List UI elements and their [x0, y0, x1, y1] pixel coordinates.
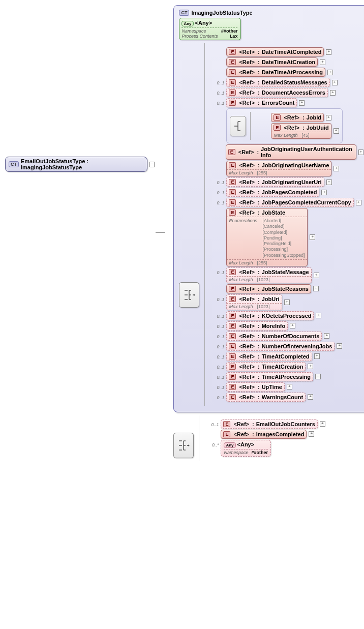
occurrence: 0..1 [211, 88, 224, 96]
expand-icon[interactable]: + [324, 333, 329, 339]
ref-datetimeatcreation[interactable]: E<Ref>:DateTimeAtCreation [226, 57, 318, 67]
ref-timeatcreation[interactable]: E<Ref>:TimeAtCreation [226, 362, 306, 371]
ref-timeatprocessing[interactable]: E<Ref>:TimeAtProcessing [226, 372, 313, 381]
ref-jobpagescompletedcurrentcopy[interactable]: E<Ref>:JobPagesCompletedCurrentCopy [226, 198, 353, 207]
meta-key: Max Length [229, 170, 253, 175]
meta-key: Namespace [224, 450, 248, 455]
ref-name: TimeAtCompleted [262, 353, 310, 360]
ref-datetimeatcompleted[interactable]: E<Ref>:DateTimeAtCompleted [226, 47, 324, 56]
choice-frame: E<Ref>:JobId + E<Ref>:JobUuid Max Length… [226, 108, 342, 143]
occurrence: 0..1 [211, 352, 224, 360]
e-badge: E [229, 59, 236, 65]
occurrence: 0..1 [211, 311, 224, 319]
ref-tag: <Ref> [239, 364, 255, 370]
expand-icon[interactable]: + [310, 234, 315, 240]
ref-name: DateTimeAtCreation [262, 59, 316, 65]
expand-icon[interactable]: + [321, 190, 327, 195]
enum-values: [Aborted] [Canceled] [Completed] [Pendin… [262, 218, 305, 258]
expand-icon[interactable]: + [337, 343, 342, 349]
ref-name: TimeAtProcessing [262, 374, 311, 380]
ref-emailoutjobcounters[interactable]: E<Ref>:EmailOutJobCounters [221, 420, 317, 429]
ref-name: JobStateMessage [262, 269, 309, 275]
e-badge: E [274, 125, 281, 131]
expand-icon[interactable]: + [327, 70, 333, 75]
ct-badge: CT [179, 10, 189, 16]
e-badge: E [229, 323, 236, 329]
expand-icon[interactable]: + [326, 49, 331, 55]
ref-jobstatereasons[interactable]: E<Ref>:JobStateReasons [226, 284, 311, 293]
ref-joboriginatinguseruri[interactable]: E<Ref>:JobOriginatingUserUri [226, 177, 324, 187]
expand-icon[interactable]: + [290, 323, 295, 328]
imagingjobstatustype-group: CT ImagingJobStatusType Any<Any> Namespa… [173, 5, 364, 412]
expand-icon[interactable]: + [320, 421, 325, 427]
expand-icon[interactable]: + [314, 353, 320, 359]
ref-jobstate[interactable]: E<Ref>:JobState Enumerations[Aborted] [C… [226, 208, 308, 266]
ref-jobpagescompleted[interactable]: E<Ref>:JobPagesCompleted [226, 188, 319, 197]
choice-compositor[interactable] [230, 116, 246, 136]
meta-val: Lax [230, 34, 238, 39]
expand-icon[interactable]: + [299, 100, 305, 106]
ref-name: DateTimeAtProcessing [262, 69, 323, 75]
occurrence: 0..1 [205, 420, 219, 427]
ref-moreinfo[interactable]: E<Ref>:MoreInfo [226, 321, 288, 331]
ref-jobuuid[interactable]: E<Ref>:JobUuid Max Length[45] [271, 123, 331, 139]
ref-errorscount[interactable]: E<Ref>:ErrorsCount [226, 98, 297, 107]
expand-icon[interactable]: + [314, 273, 319, 278]
expand-icon[interactable]: + [313, 286, 319, 291]
ref-uptime[interactable]: E<Ref>:UpTime [226, 382, 284, 392]
ref-tag: <Ref> [284, 125, 299, 131]
ref-documentaccesserrors[interactable]: E<Ref>:DocumentAccessErrors [226, 88, 328, 97]
expand-icon[interactable]: + [356, 200, 361, 205]
ref-koctetsprocessed[interactable]: E<Ref>:KOctetsProcessed [226, 311, 314, 320]
ref-name: KOctetsProcessed [262, 313, 312, 319]
ref-jobstatemessage[interactable]: E<Ref>:JobStateMessage Max Length[1023] [226, 267, 311, 283]
expand-icon[interactable]: + [333, 166, 339, 171]
root-complextype[interactable]: CT EmailOutJobStatusType : ImagingJobSta… [5, 157, 147, 172]
sequence-compositor[interactable] [179, 282, 199, 308]
e-badge: E [229, 69, 236, 75]
expand-icon[interactable]: + [308, 394, 313, 400]
meta-key: Process Contents [181, 34, 229, 39]
e-badge: E [229, 100, 236, 106]
ref-name: UpTime [262, 384, 282, 390]
expand-icon[interactable]: + [320, 59, 325, 65]
expand-icon[interactable]: + [333, 128, 339, 134]
ref-numberofdocuments[interactable]: E<Ref>:NumberOfDocuments [226, 332, 322, 341]
expand-icon[interactable]: + [326, 115, 331, 121]
expand-icon[interactable]: + [315, 374, 321, 379]
expand-icon[interactable]: + [358, 149, 363, 155]
ref-warningscount[interactable]: E<Ref>:WarningsCount [226, 393, 306, 402]
expand-icon[interactable]: + [316, 313, 321, 318]
any-title: <Any> [195, 20, 213, 26]
expand-icon[interactable]: + [326, 179, 332, 185]
ref-name: JobUri [262, 296, 280, 302]
ref-timeatcompleted[interactable]: E<Ref>:TimeAtCompleted [226, 352, 312, 361]
expand-icon[interactable]: + [287, 384, 292, 390]
meta-val: [1023] [257, 277, 269, 282]
ref-datetimeatprocessing[interactable]: E<Ref>:DateTimeAtProcessing [226, 68, 325, 77]
ref-tag: <Ref> [239, 323, 255, 329]
ref-detailedstatusmessages[interactable]: E<Ref>:DetailedStatusMessages [226, 78, 329, 87]
meta-val: [45] [301, 133, 309, 138]
sequence-compositor-ext[interactable] [173, 433, 194, 458]
e-badge: E [229, 353, 236, 360]
occurrence: 0..1 [211, 321, 224, 329]
ref-jobid[interactable]: E<Ref>:JobId [271, 113, 324, 122]
any-element-box[interactable]: Any<Any> Namespace##other [221, 440, 271, 457]
expand-icon[interactable]: + [332, 80, 338, 85]
expand-icon[interactable]: + [309, 431, 314, 437]
ref-joboriginatinguserauthenticationinfo[interactable]: E<Ref>:JobOriginatingUserAuthenticationI… [226, 144, 356, 160]
collapse-toggle[interactable]: − [149, 162, 155, 167]
ref-tag: <Ref> [239, 209, 255, 216]
expand-icon[interactable]: + [330, 90, 336, 96]
ref-joburi[interactable]: E<Ref>:JobUri Max Length[1023] [226, 294, 282, 310]
ref-joboriginatingusername[interactable]: E<Ref>:JobOriginatingUserName Max Length… [226, 161, 331, 176]
expand-icon[interactable]: + [308, 364, 313, 369]
ref-numberofinterveningjobs[interactable]: E<Ref>:NumberOfInterveningJobs [226, 342, 335, 351]
ref-imagescompleted[interactable]: E<Ref>:ImagesCompleted [221, 430, 307, 439]
occurrence: 0..1 [211, 372, 224, 380]
ref-name: EmailOutJobCounters [256, 421, 315, 427]
expand-icon[interactable]: + [284, 299, 290, 305]
ref-tag: <Ref> [239, 384, 255, 390]
ref-name: WarningsCount [262, 394, 303, 400]
